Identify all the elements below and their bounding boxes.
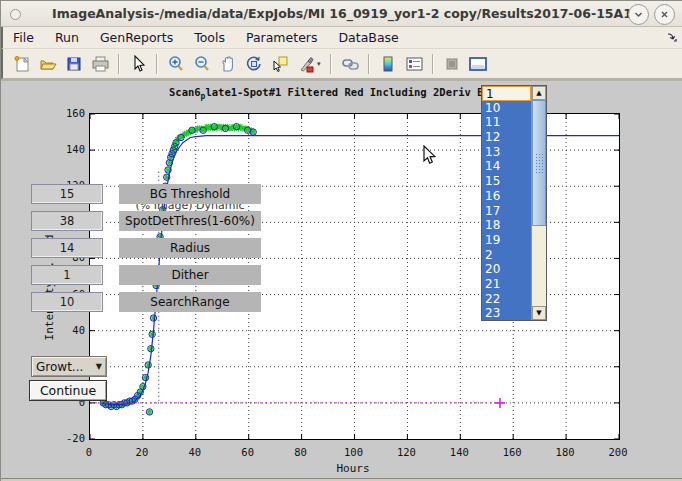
plot-title: Scan6plate1-Spot#1 Filtered Red Includin… (169, 86, 490, 101)
y-tick-label: 140 (48, 143, 85, 155)
x-tick-label: 200 (605, 446, 631, 458)
toolbar-separator (368, 54, 370, 74)
dropdown-item[interactable]: 20 (482, 262, 531, 277)
zoom-in-button[interactable] (165, 53, 187, 75)
x-tick-label: 100 (341, 446, 367, 458)
dither-input[interactable]: 1 (31, 265, 103, 285)
dropdown-item[interactable]: 16 (482, 189, 531, 204)
rotate-3d-icon (245, 55, 263, 73)
chevron-down-icon: ▼ (96, 362, 102, 371)
dock-icon[interactable] (667, 32, 677, 42)
spotdetthres-1-60-label: SpotDetThres(1-60%) (119, 211, 261, 231)
link-plots-button[interactable] (339, 53, 361, 75)
link-icon (341, 55, 360, 73)
dropdown-item[interactable]: 10 (482, 101, 531, 116)
hide-plot-tools-icon (443, 55, 461, 73)
y-tick-label: -20 (48, 432, 85, 444)
open-file-button[interactable] (37, 53, 59, 75)
print-button[interactable] (89, 53, 111, 75)
pan-button[interactable] (217, 53, 239, 75)
app-window: ImageAnalysis-/media/data/ExpJobs/MI 16_… (0, 0, 682, 481)
menu-item-genreports[interactable]: GenReports (100, 30, 173, 45)
printer-icon (91, 55, 110, 73)
dropdown-item[interactable]: 14 (482, 159, 531, 174)
toolbar-separator (432, 54, 434, 74)
x-tick-label: 0 (76, 446, 102, 458)
x-tick-label: 80 (288, 446, 314, 458)
window-shade-button[interactable] (628, 4, 649, 25)
x-tick-label: 60 (235, 446, 261, 458)
chevron-down-icon (633, 9, 644, 20)
mouse-cursor (423, 145, 437, 165)
listbox-items: 110111213141516171819220212223 (482, 86, 531, 320)
show-plot-tools-button[interactable] (467, 53, 489, 75)
save-button[interactable] (63, 53, 85, 75)
bg-threshold-label: BG Threshold (119, 184, 261, 204)
x-tick-label: 120 (393, 446, 419, 458)
show-plot-tools-icon (468, 55, 488, 73)
rotate-3d-button[interactable] (243, 53, 265, 75)
dropdown-item[interactable]: 15 (482, 174, 531, 189)
edit-plot-button[interactable] (127, 53, 149, 75)
data-cursor-button[interactable] (269, 53, 291, 75)
growth-dropdown-label: Growt... (36, 360, 83, 374)
dropdown-item[interactable]: 1 (482, 86, 531, 101)
bg-threshold-input[interactable]: 15 (31, 184, 103, 204)
new-file-icon (13, 55, 31, 73)
dropdown-item[interactable]: 13 (482, 145, 531, 160)
dropdown-item[interactable]: 23 (482, 306, 531, 320)
dropdown-item[interactable]: 18 (482, 218, 531, 233)
scrollbar-up-button[interactable]: ▲ (532, 86, 546, 100)
menu-item-parameters[interactable]: Parameters (246, 30, 318, 45)
dropdown-item[interactable]: 19 (482, 233, 531, 248)
insert-legend-button[interactable] (403, 53, 425, 75)
zoom-out-button[interactable] (191, 53, 213, 75)
dropdown-item[interactable]: 17 (482, 204, 531, 219)
window-close-button[interactable] (654, 4, 675, 25)
menu-item-file[interactable]: File (13, 30, 34, 45)
toolbar-separator (156, 54, 158, 74)
window-title: ImageAnalysis-/media/data/ExpJobs/MI 16_… (1, 6, 682, 21)
brush-dropdown-caret[interactable]: ▾ (317, 60, 325, 68)
scrollbar-down-button[interactable]: ▼ (532, 306, 546, 320)
x-tick-label: 160 (499, 446, 525, 458)
x-tick-label: 140 (446, 446, 472, 458)
insert-colorbar-button[interactable] (377, 53, 399, 75)
continue-button[interactable]: Continue (29, 380, 107, 401)
window-icon (10, 9, 21, 20)
menu-item-tools[interactable]: Tools (194, 30, 225, 45)
spotdetthres-1-60-input[interactable]: 38 (31, 211, 103, 231)
dropdown-item[interactable]: 22 (482, 292, 531, 307)
scrollbar-thumb[interactable] (532, 100, 546, 226)
dropdown-item[interactable]: 12 (482, 130, 531, 145)
cursor-arrow-icon (130, 55, 146, 73)
dropdown-item[interactable]: 21 (482, 277, 531, 292)
listbox-scrollbar[interactable]: ▲ ▼ (531, 86, 546, 320)
legend-icon (405, 55, 424, 73)
dropdown-item[interactable]: 2 (482, 248, 531, 263)
searchrange-label: SearchRange (119, 292, 261, 312)
new-file-button[interactable] (11, 53, 33, 75)
close-icon (659, 9, 670, 20)
hide-plot-tools-button[interactable] (441, 53, 463, 75)
save-icon (65, 55, 83, 73)
data-cursor-icon (271, 55, 289, 73)
zoom-out-icon (193, 55, 211, 73)
toolbar-separator (330, 54, 332, 74)
searchrange-input[interactable]: 10 (31, 292, 103, 312)
dropdown-item[interactable]: 11 (482, 115, 531, 130)
toolbar: ▾ (1, 49, 682, 79)
growth-dropdown-button[interactable]: Growt... ▼ (31, 356, 107, 377)
radius-input[interactable]: 14 (31, 238, 103, 258)
scrollbar-grip (535, 153, 544, 175)
x-tick-label: 20 (129, 446, 155, 458)
hand-icon (219, 55, 237, 73)
menu-item-run[interactable]: Run (55, 30, 79, 45)
x-axis-label: Hours (323, 462, 383, 475)
brush-icon (298, 55, 314, 73)
brush-button[interactable] (295, 53, 317, 75)
x-tick-label: 180 (552, 446, 578, 458)
menu-item-database[interactable]: DataBase (338, 30, 398, 45)
x-tick-label: 40 (182, 446, 208, 458)
title-bar: ImageAnalysis-/media/data/ExpJobs/MI 16_… (1, 1, 682, 27)
